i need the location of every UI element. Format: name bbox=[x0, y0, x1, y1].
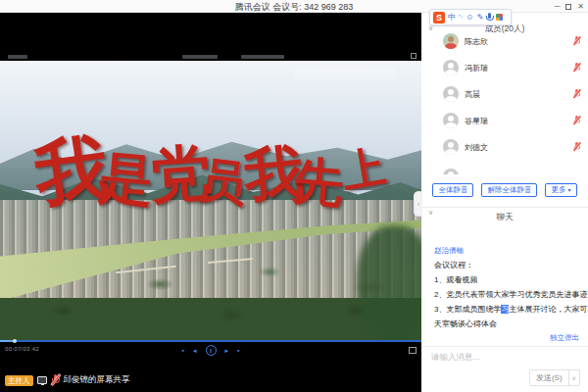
avatar bbox=[443, 33, 459, 49]
unmute-all-button[interactable]: 解除全体静音 bbox=[481, 183, 537, 197]
emoji-icon[interactable]: ☺ bbox=[466, 10, 473, 24]
avatar bbox=[443, 60, 459, 75]
chat-sender-name[interactable]: 赵治倩楠 bbox=[434, 246, 582, 256]
chat-popout-link[interactable]: 独立弹出 bbox=[550, 333, 579, 343]
member-actions: 全体静音 解除全体静音 更多 ▾ bbox=[421, 174, 588, 206]
mute-all-button[interactable]: 全体静音 bbox=[432, 183, 473, 197]
chevron-down-icon: ▾ bbox=[568, 187, 571, 193]
chat-input-area: 发送(S) ∨ bbox=[421, 346, 588, 392]
member-name: 冯新瑞 bbox=[465, 63, 572, 74]
chat-message-line: 天室畅谈心得体会 bbox=[434, 319, 582, 329]
send-label: 发送(S) bbox=[530, 370, 568, 385]
mic-muted-icon bbox=[51, 374, 60, 386]
member-name: 高晨 bbox=[465, 89, 572, 100]
punctuation-icon[interactable]: ’· bbox=[459, 10, 463, 24]
stop-icon[interactable]: ▪ bbox=[182, 347, 184, 354]
player-topbar-text-center2 bbox=[241, 55, 284, 59]
screen-share-area: 我是党员我先上 00:07/03:42 ▪ ◂ ‖ ▸ ▪ 主持人 邱俊锦的屏幕… bbox=[0, 13, 421, 392]
more-button[interactable]: 更多 ▾ bbox=[545, 183, 576, 197]
window-controls: ─ ✕ bbox=[555, 0, 584, 13]
close-button[interactable]: ✕ bbox=[577, 0, 584, 13]
member-name: 谷星瑞 bbox=[465, 116, 572, 126]
player-progress-bar[interactable] bbox=[0, 340, 421, 342]
player-progress-played bbox=[0, 340, 14, 342]
chat-messages[interactable]: 赵治倩楠 会议议程： 1、观看视频 2、党员代表带领大家学习优秀党员先进事迹 3… bbox=[421, 226, 588, 340]
chat-message-line: 会议议程： bbox=[434, 261, 582, 270]
meeting-sidebar: ‹ ∨ 成员(20人) 陈志欣 冯新瑞 高晨 谷星瑞 bbox=[421, 13, 588, 392]
member-list: 陈志欣 冯新瑞 高晨 谷星瑞 刘德文 bbox=[421, 24, 588, 174]
member-name: 陈志欣 bbox=[465, 36, 572, 47]
pause-icon[interactable]: ‖ bbox=[206, 345, 217, 356]
avatar bbox=[443, 86, 459, 102]
mic-muted-icon[interactable] bbox=[573, 89, 581, 99]
maximize-button[interactable] bbox=[565, 4, 571, 10]
player-topbar-icon bbox=[411, 53, 416, 59]
more-label: 更多 bbox=[551, 185, 565, 194]
member-row[interactable]: 高晨 bbox=[421, 85, 588, 103]
video-calligraphy-title: 我是党员我先上 bbox=[35, 122, 378, 298]
member-row[interactable]: 刘德文 bbox=[421, 138, 588, 156]
chat-message-line: 2、党员代表带领大家学习优秀党员先进事迹 bbox=[434, 290, 582, 300]
shared-video-frame: 我是党员我先上 bbox=[0, 61, 421, 340]
player-topbar-text-center bbox=[182, 55, 218, 59]
player-topbar-text-left bbox=[8, 55, 27, 59]
member-row[interactable]: 谷星瑞 bbox=[421, 112, 588, 129]
mic-muted-icon[interactable] bbox=[573, 116, 581, 125]
chinese-mode-icon[interactable]: 中 bbox=[448, 10, 456, 24]
host-badge: 主持人 bbox=[5, 375, 33, 386]
handwriting-icon[interactable]: ✎ bbox=[477, 10, 484, 24]
screen-share-icon bbox=[37, 376, 47, 384]
tencent-meeting-window: 腾讯会议 会议号: 342 969 283 ─ ✕ S 中 ’· ☺ ✎ bbox=[0, 0, 588, 392]
fullscreen-icon[interactable] bbox=[409, 347, 416, 354]
chat-text: 3、支部成员围绕学 bbox=[434, 305, 501, 314]
chat-input[interactable] bbox=[431, 352, 578, 362]
ime-toolbox-icon[interactable] bbox=[496, 14, 503, 21]
sogou-logo-icon[interactable]: S bbox=[433, 12, 445, 24]
chat-message-line: 1、观看视频 bbox=[434, 275, 582, 285]
chat-header-title: 聊天 bbox=[421, 212, 588, 223]
minimize-button[interactable]: ─ bbox=[555, 0, 561, 13]
chat-text: 主体展开讨论，大家可在聊 bbox=[509, 305, 588, 314]
member-name: 刘德文 bbox=[465, 142, 572, 153]
member-row[interactable]: 陈志欣 bbox=[421, 32, 588, 50]
mic-muted-icon[interactable] bbox=[573, 63, 581, 73]
player-progress-knob[interactable] bbox=[13, 339, 17, 343]
volume-icon[interactable]: ▪ bbox=[237, 347, 239, 354]
sidebar-collapse-handle[interactable]: ‹ bbox=[414, 191, 422, 217]
avatar bbox=[443, 139, 459, 155]
voice-input-icon[interactable] bbox=[486, 12, 493, 23]
share-status-text: 邱俊锦的屏幕共享 bbox=[64, 374, 130, 386]
mic-muted-icon[interactable] bbox=[573, 36, 581, 46]
share-status-bar: 主持人 邱俊锦的屏幕共享 bbox=[5, 374, 130, 386]
member-row[interactable]: 冯新瑞 bbox=[421, 59, 588, 76]
chat-header: ∨ 聊天 bbox=[421, 207, 588, 220]
previous-icon[interactable]: ◂ bbox=[193, 347, 197, 355]
mic-muted-icon[interactable] bbox=[573, 142, 581, 152]
chat-message-line: 3、支部成员围绕学习主体展开讨论，大家可在聊 bbox=[434, 305, 582, 315]
next-icon[interactable]: ▸ bbox=[225, 347, 229, 355]
member-row[interactable] bbox=[421, 168, 588, 174]
player-controls: ▪ ◂ ‖ ▸ ▪ bbox=[0, 345, 421, 356]
send-button[interactable]: 发送(S) ∨ bbox=[529, 369, 580, 386]
chevron-down-icon[interactable]: ∨ bbox=[568, 370, 579, 385]
sogou-ime-toolbar: S 中 ’· ☺ ✎ bbox=[429, 9, 512, 25]
video-watermark bbox=[294, 67, 396, 79]
avatar bbox=[443, 113, 459, 128]
